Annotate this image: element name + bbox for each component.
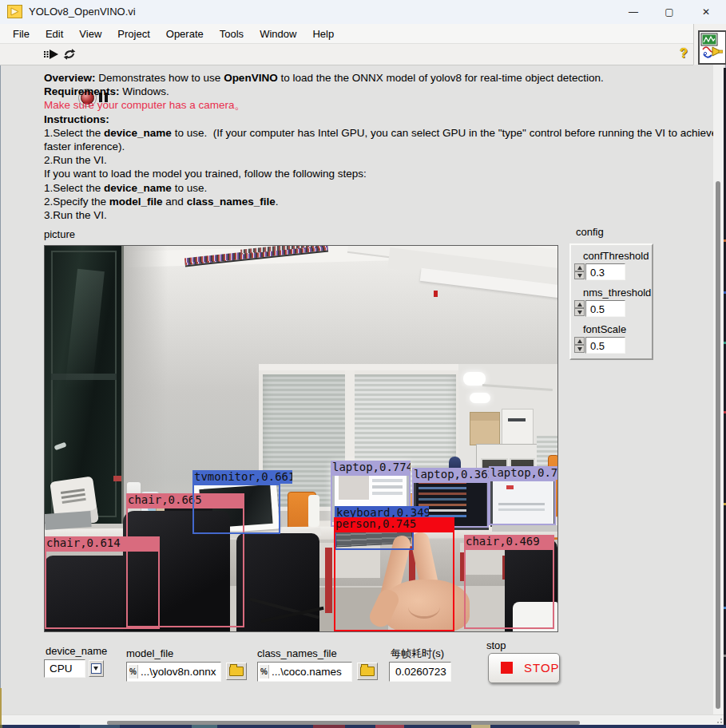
increment-icon[interactable]: [574, 300, 585, 308]
folder-icon: [229, 667, 244, 676]
run-continuously-icon[interactable]: [62, 48, 77, 61]
class-names-file-path-input[interactable]: % ...\coco.names: [257, 662, 352, 682]
instruction-line: faster inference).: [44, 140, 717, 153]
instructions-text: Overview: Demonstrates how to use OpenVI…: [44, 71, 717, 222]
instruction-line: 2.Run the VI.: [44, 153, 717, 167]
stop-button[interactable]: STOP: [488, 653, 560, 683]
menu-help[interactable]: Help: [304, 24, 342, 44]
close-button[interactable]: ✕: [688, 0, 724, 24]
detection-label: person,0.745: [334, 517, 454, 531]
vertical-scrollbar-thumb[interactable]: [716, 181, 720, 709]
instruction-line: 1.Select the device_name to use. (If you…: [44, 126, 717, 140]
context-help-icon[interactable]: ?: [680, 46, 688, 61]
instruction-line: Make sure your computer has a camera。: [44, 98, 717, 112]
detection-label: chair,0.614: [45, 536, 160, 550]
increment-icon[interactable]: [574, 337, 585, 345]
config-field-label: confThreshold: [583, 250, 649, 262]
title-bar: YOLOv8_OpenVINO.vi — ▢ ✕: [0, 0, 726, 25]
decrement-icon[interactable]: [574, 308, 585, 316]
instruction-line: Overview: Demonstrates how to use OpenVI…: [44, 71, 717, 85]
detection-box: [192, 484, 280, 534]
config-field-input[interactable]: 0.3: [585, 263, 625, 280]
stop-square-icon: [501, 662, 513, 674]
config-label: config: [576, 226, 604, 238]
decrement-icon[interactable]: [574, 271, 585, 279]
picture-label: picture: [44, 228, 75, 240]
path-type-icon: %: [260, 665, 269, 679]
labview-vi-icon: [7, 5, 22, 18]
maximize-button[interactable]: ▢: [652, 0, 687, 24]
detection-label: tvmonitor,0.661: [192, 470, 292, 484]
chevron-down-icon: [93, 667, 98, 671]
increment-icon[interactable]: [574, 263, 585, 271]
detection-box: [45, 550, 160, 629]
menu-edit[interactable]: Edit: [38, 24, 71, 44]
menu-view[interactable]: View: [71, 24, 109, 44]
detection-box: [464, 548, 554, 629]
config-field-input[interactable]: 0.5: [585, 337, 625, 354]
menu-project[interactable]: Project: [109, 24, 157, 44]
menu-tools[interactable]: Tools: [212, 24, 252, 44]
taskbar-sliver: [0, 725, 726, 728]
instruction-line: 2.Specify the model_file and class_names…: [44, 195, 717, 208]
detection-label: chair,0.469: [464, 535, 554, 548]
background-window-sliver: [0, 688, 2, 725]
increment-decrement-buttons[interactable]: [574, 300, 585, 317]
stop-button-text: STOP: [524, 661, 560, 675]
frame-time-label: 每帧耗时(s): [391, 647, 444, 661]
menu-window[interactable]: Window: [252, 24, 304, 44]
device-name-dropdown-button[interactable]: [89, 660, 104, 677]
header-divider: [693, 24, 694, 65]
increment-decrement-buttons[interactable]: [574, 337, 585, 354]
class-names-file-label: class_names_file: [257, 647, 337, 659]
class-names-file-browse-button[interactable]: [357, 663, 378, 680]
detection-overlay: chair,0.665chair,0.614tvmonitor,0.661lap…: [45, 246, 557, 631]
device-name-ring[interactable]: CPU: [44, 659, 85, 678]
device-name-label: device_name: [46, 645, 107, 657]
stop-label: stop: [486, 639, 506, 651]
webcam-picture: chair,0.665chair,0.614tvmonitor,0.661lap…: [44, 245, 558, 632]
vi-window: YOLOv8_OpenVINO.vi — ▢ ✕ FileEditViewPro…: [0, 0, 726, 728]
menu-bar: FileEditViewProjectOperateToolsWindowHel…: [0, 24, 693, 44]
model-file-label: model_file: [126, 647, 173, 659]
decrement-icon[interactable]: [574, 345, 585, 353]
detection-label: laptop,0.774: [331, 461, 411, 474]
instruction-line: 1.Select the device_name to use.: [44, 181, 717, 195]
run-button-icon[interactable]: [43, 49, 59, 60]
increment-decrement-buttons[interactable]: [574, 263, 585, 280]
instruction-line: 3.Run the VI.: [44, 208, 717, 222]
menu-file[interactable]: File: [5, 24, 38, 44]
window-title: YOLOv8_OpenVINO.vi: [29, 6, 136, 18]
detection-box: [334, 531, 454, 631]
config-field-label: fontScale: [583, 323, 626, 335]
minimize-button[interactable]: —: [616, 0, 651, 24]
instruction-line: If you want to load the model you traine…: [44, 167, 717, 180]
instruction-line: Instructions:: [44, 113, 717, 126]
model-file-browse-button[interactable]: [226, 663, 247, 680]
labview-logo-icon: [698, 30, 726, 65]
frame-time-indicator: 0.0260723: [389, 662, 451, 682]
detection-label: laptop,0.362: [412, 468, 490, 481]
detection-box: [489, 480, 556, 525]
config-field-label: nms_threshold: [583, 287, 651, 299]
detection-label: laptop,0.72: [489, 466, 557, 480]
menu-operate[interactable]: Operate: [158, 24, 212, 44]
folder-icon: [360, 667, 375, 676]
toolbar: ?: [0, 44, 693, 65]
model-file-path-input[interactable]: % ...\yolov8n.onnx: [126, 662, 221, 682]
config-field-input[interactable]: 0.5: [585, 300, 625, 317]
path-type-icon: %: [129, 665, 138, 679]
resize-grip[interactable]: [716, 718, 723, 724]
config-cluster: confThreshold0.3nms_threshold0.5fontScal…: [569, 243, 653, 360]
instruction-line: Requirements: Windows.: [44, 85, 717, 98]
